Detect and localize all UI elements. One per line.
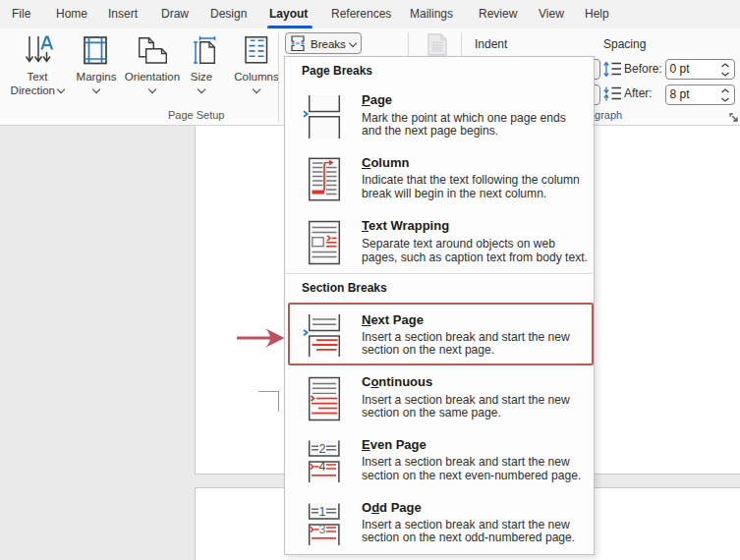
svg-text:2: 2 bbox=[319, 442, 326, 456]
svg-text:4: 4 bbox=[319, 460, 326, 474]
svg-text:3: 3 bbox=[319, 523, 326, 536]
svg-text:1: 1 bbox=[319, 505, 326, 519]
